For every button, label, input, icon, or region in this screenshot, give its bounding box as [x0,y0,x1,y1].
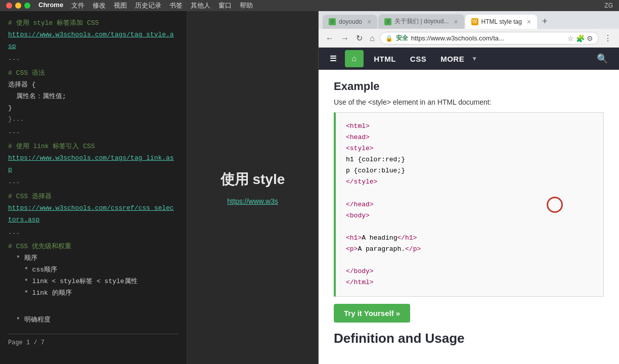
css-close2: }... [8,114,179,125]
close-dot[interactable] [6,3,12,9]
bookmark-icon[interactable]: ☆ [567,34,574,42]
try-it-button[interactable]: Try it Yourself » [334,304,410,323]
browser-tabs: d doyoudo × d 关于我们 | doyoud... × W HTML … [319,11,619,29]
menu-view[interactable]: 视图 [114,1,127,10]
extension-icon1[interactable]: 🧩 [576,34,585,42]
code-line-13 [346,255,593,266]
address-bar-input[interactable]: 🔒 安全 https://www.w3schools.com/ta... ☆ 🧩… [380,32,599,44]
code-line-7 [346,188,593,199]
menu-history[interactable]: 历史记录 [135,1,161,10]
extensions-icon[interactable]: ⋮ [602,32,614,44]
preview-link[interactable]: https://www.w3s [227,197,278,205]
more-arrow: ▼ [471,55,477,62]
example-desc: Use of the <style> element in an HTML do… [334,98,604,106]
tab-doyoudo[interactable]: d doyoudo × [323,15,377,29]
sep3: --- [8,178,179,189]
code-line-8: </head> [346,199,593,210]
forward-button[interactable]: → [339,33,351,44]
menu-edit[interactable]: 修改 [93,1,106,10]
link-link2[interactable]: p [8,165,179,175]
tab-favicon-about: d [384,18,391,25]
bullet-order: * 顺序 [8,253,179,264]
example-title: Example [334,80,604,93]
w3-menu-button[interactable]: ☰ [324,50,343,67]
link-selector2[interactable]: tors.asp [8,215,179,225]
menu-others[interactable]: 其他人 [191,1,210,10]
sep2: --- [8,128,179,139]
menu-help[interactable]: 帮助 [240,1,253,10]
definition-title: Definition and Usage [334,331,604,346]
address-text: https://www.w3schools.com/ta... [411,34,564,42]
w3-html-button[interactable]: HTML [368,51,402,67]
title-bar-left: Chrome 文件 修改 视图 历史记录 书签 其他人 窗口 帮助 [6,1,253,10]
title-bar-right: ZG [604,2,613,9]
tab-label-about: 关于我们 | doyoud... [394,17,449,26]
comment-css-syntax: # CSS 语法 [8,68,179,79]
code-line-2: <head> [346,132,593,143]
menu-window[interactable]: 窗口 [218,1,232,10]
example-code-box: <html> <head> <style> h1 {color:red;} p … [334,112,604,297]
tab-label-doyoudo: doyoudo [339,18,362,25]
link-style2[interactable]: sp [8,41,179,52]
w3-home-button[interactable]: ⌂ [345,50,364,67]
min-dot[interactable] [15,3,21,9]
browser-toolbar: ⋮ [602,32,614,44]
page-indicator: Page 1 / 7 [8,334,179,348]
tab-w3schools[interactable]: W HTML style tag × [465,15,537,29]
w3-search-button[interactable]: 🔍 [591,49,614,68]
browser-chrome: d doyoudo × d 关于我们 | doyoud... × W HTML … [319,11,619,48]
code-line-10 [346,221,593,233]
reload-button[interactable]: ↻ [354,32,365,44]
mac-dots [6,3,30,9]
comment-selector: # CSS 选择器 [8,192,179,202]
code-line-15: </html> [346,277,593,288]
extension-icon2[interactable]: ⚙ [587,34,593,42]
link-style[interactable]: https://www.w3schools.com/tags/tag_style… [8,30,179,40]
bullet-css-order: * css顺序 [8,265,179,276]
title-bar: Chrome 文件 修改 视图 历史记录 书签 其他人 窗口 帮助 ZG [0,0,619,11]
menu-chrome[interactable]: Chrome [38,1,63,10]
lock-icon: 🔒 [385,35,393,42]
w3-content: Example Use of the <style> element in an… [319,70,619,364]
link-link1[interactable]: https://www.w3schools.com/tags/tag_link.… [8,153,179,164]
secure-label: 安全 [396,34,408,42]
comment-style: # 使用 style 标签添加 CSS [8,18,179,29]
tab-close-about[interactable]: × [454,18,458,26]
address-icons: ☆ 🧩 ⚙ [567,34,593,42]
comment-link: # 使用 link 标签引入 CSS [8,142,179,152]
w3-nav: ☰ ⌂ HTML CSS MORE ▼ 🔍 [319,48,619,70]
code-line-9: <body> [346,210,593,221]
tab-close-doyoudo[interactable]: × [367,18,371,26]
code-line-11: <h1>A heading</h1> [346,233,593,244]
sep1: --- [8,55,179,65]
back-button[interactable]: ← [324,33,336,44]
new-tab-button[interactable]: + [538,16,552,27]
tab-label-w3: HTML style tag [481,18,522,25]
menu-bookmarks[interactable]: 书签 [169,1,183,10]
css-close: } [8,103,179,114]
address-bar: ← → ↻ ⌂ 🔒 安全 https://www.w3schools.com/t… [319,29,619,48]
w3-css-button[interactable]: CSS [404,51,432,67]
max-dot[interactable] [24,3,30,9]
empty-line [8,301,179,312]
w3-more-button[interactable]: MORE [434,51,470,67]
example-section: Example Use of the <style> element in an… [334,80,604,346]
menu-bar: Chrome 文件 修改 视图 历史记录 书签 其他人 窗口 帮助 [38,1,253,10]
tab-close-w3[interactable]: × [527,18,531,26]
w3-more[interactable]: MORE ▼ [434,51,477,67]
home-button[interactable]: ⌂ [368,33,377,44]
code-line-5: p {color:blue;} [346,165,593,176]
browser-panel: d doyoudo × d 关于我们 | doyoud... × W HTML … [319,11,619,364]
code-line-6: </style> [346,176,593,188]
code-line-3: <style> [346,143,593,154]
link-selector1[interactable]: https://www.w3schools.com/cssref/css_sel… [8,203,179,214]
bullet-link-order: * link 的顺序 [8,288,179,299]
tab-about[interactable]: d 关于我们 | doyoud... × [378,14,464,29]
code-line-4: h1 {color:red;} [346,154,593,165]
bullet-link-style: * link < style标签 < style属性 [8,277,179,287]
preview-title: 使用 style [220,170,285,189]
menu-file[interactable]: 文件 [71,1,84,10]
tab-favicon-doyoudo: d [329,18,336,25]
css-selector-open: 选择器 { [8,80,179,90]
middle-panel: 使用 style https://www.w3s [187,11,319,364]
